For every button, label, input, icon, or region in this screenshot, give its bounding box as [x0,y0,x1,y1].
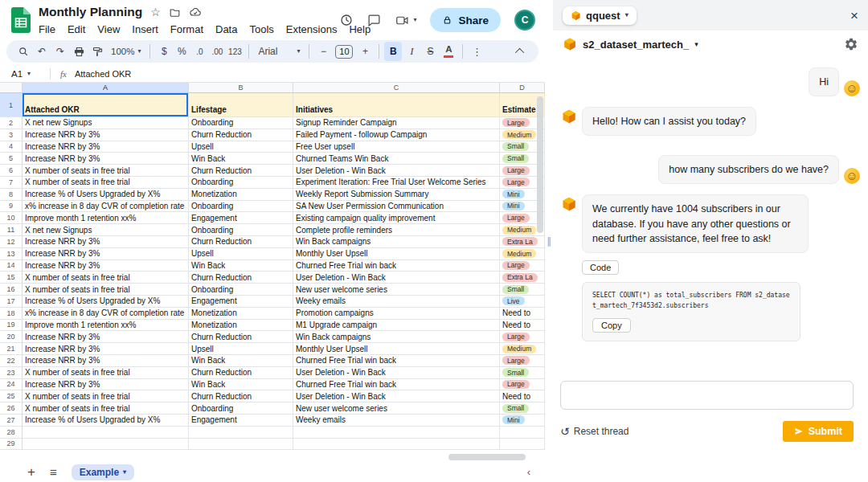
cell[interactable]: Upsell [189,343,293,355]
document-title[interactable]: Monthly Planning [39,5,142,19]
cell[interactable]: User Deletion - Win Back [293,367,500,379]
menu-edit[interactable]: Edit [68,23,85,35]
cell[interactable]: Churned Free Trial win back [293,379,500,391]
cell[interactable]: Churned Free Trial win back [293,260,500,272]
menu-file[interactable]: File [39,23,55,35]
percent-format-button[interactable]: % [173,42,190,61]
row-header-26[interactable]: 26 [0,402,23,415]
cell[interactable]: x% increase in 8 day CVR of completion r… [23,308,189,320]
copy-button[interactable]: Copy [592,318,631,333]
cell[interactable]: Onboarding [189,224,293,236]
column-header-b[interactable]: B [189,83,293,93]
reset-thread-button[interactable]: ↺ Reset thread [560,426,628,437]
estimate-chip[interactable]: Small [502,404,529,413]
cell[interactable] [293,439,500,451]
cell[interactable]: Live [500,296,545,308]
collapse-toolbar-icon[interactable] [515,48,524,57]
chevron-down-icon[interactable]: ▾ [413,17,416,23]
cell[interactable]: Extra La [500,236,545,248]
cell[interactable]: Onboarding [189,201,293,213]
strikethrough-button[interactable]: S [421,42,439,61]
row-header-28[interactable]: 28 [0,427,23,439]
cell[interactable]: Need to [500,320,545,332]
text-color-button[interactable]: A [440,45,457,58]
horizontal-scrollbar[interactable] [448,454,526,460]
cell[interactable]: X net new Signups [23,224,189,236]
comments-icon[interactable] [367,14,381,27]
cell[interactable]: Attached OKR [23,93,189,117]
estimate-chip[interactable]: Extra La [502,273,538,282]
cell[interactable]: Monetization [189,189,293,201]
estimate-chip[interactable]: Extra La [502,237,538,246]
chat-input[interactable] [560,381,854,410]
formula-bar-value[interactable]: Attached OKR [75,69,131,79]
estimate-chip[interactable]: Large [502,166,530,175]
menu-extensions[interactable]: Extensions [286,23,338,35]
row-header-7[interactable]: 7 [0,177,23,189]
name-box[interactable]: A1 ▾ [0,69,47,79]
cell[interactable]: Increase NRR by 3% [23,248,189,260]
cell[interactable]: Win Back campaigns [293,331,500,343]
cell[interactable]: X number of seats in free trial [23,165,189,177]
cell[interactable]: Need to [500,308,545,320]
cell[interactable] [500,427,545,439]
cell[interactable]: Complete profile reminders [293,224,500,236]
cell[interactable]: Monthly User Upsell [293,248,500,260]
cell[interactable]: Need to [500,390,545,402]
column-header-a[interactable]: A [23,83,189,93]
estimate-chip[interactable]: Mini [502,202,525,210]
more-options-icon[interactable]: ⋮ [468,42,485,61]
estimate-chip[interactable]: Mini [502,415,525,424]
redo-button[interactable]: ↷ [51,42,69,61]
cell[interactable] [293,427,500,439]
estimate-chip[interactable]: Mini [502,190,525,198]
move-folder-icon[interactable] [169,6,181,18]
zoom-select[interactable]: 100%▾ [107,47,145,56]
cell[interactable]: Churn Reduction [189,367,293,379]
cell[interactable]: Large [500,355,545,367]
cell[interactable]: Medium [500,248,545,260]
cell[interactable]: Large [500,331,545,343]
cell[interactable] [189,439,293,451]
estimate-chip[interactable]: Medium [502,249,536,258]
decrease-decimal-button[interactable]: .0 [190,42,208,61]
estimate-chip[interactable]: Large [502,178,530,186]
row-header-8[interactable]: 8 [0,189,23,201]
row-header-4[interactable]: 4 [0,141,23,153]
cell[interactable]: Win Back [189,355,293,367]
cell[interactable]: Small [500,284,545,296]
cell[interactable]: Churn Reduction [189,165,293,177]
estimate-chip[interactable]: Small [502,285,529,294]
row-header-17[interactable]: 17 [0,296,23,308]
cell[interactable]: Churned Free Trial win back [293,355,500,367]
cell[interactable]: X number of seats in free trial [23,390,189,402]
cell[interactable]: Win Back campaigns [293,236,500,248]
cell[interactable]: Small [500,367,545,379]
bold-button[interactable]: B [384,42,402,61]
column-header-d[interactable]: D [500,83,545,93]
row-header-9[interactable]: 9 [0,201,23,213]
dataset-name[interactable]: s2_dataset_martech_ [583,39,689,51]
print-button[interactable] [70,42,88,61]
cell[interactable]: Churn Reduction [189,129,293,141]
cell[interactable] [23,427,189,439]
cell[interactable]: Medium [500,343,545,355]
row-header-6[interactable]: 6 [0,165,23,177]
cell[interactable]: New user welcome series [293,284,500,296]
pane-resize-handle[interactable]: ∥ [545,0,553,482]
cell[interactable]: Increase NRR by 3% [23,343,189,355]
cell[interactable]: Increase % of Users Upgraded by X% [23,415,189,427]
estimate-chip[interactable]: Small [502,142,529,151]
cell[interactable]: Weeky emails [293,296,500,308]
row-header-19[interactable]: 19 [0,320,23,332]
row-header-20[interactable]: 20 [0,331,23,343]
row-header-13[interactable]: 13 [0,248,23,260]
cell[interactable]: X number of seats in free trial [23,272,189,284]
paint-format-button[interactable] [88,42,106,61]
row-header-18[interactable]: 18 [0,308,23,320]
row-header-5[interactable]: 5 [0,153,23,165]
cell[interactable]: Churn Reduction [189,272,293,284]
cell[interactable]: Initiatives [293,93,500,117]
sheets-logo-icon[interactable] [11,7,31,33]
increase-decimal-button[interactable]: .00 [208,42,226,61]
